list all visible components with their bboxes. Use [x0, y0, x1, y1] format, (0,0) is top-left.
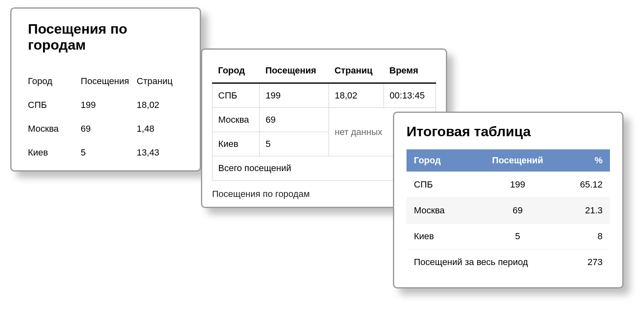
cell-pages: 13,43	[137, 147, 183, 158]
cell-time: 00:13:45	[384, 83, 436, 108]
card-title: Посещения по городам	[28, 21, 183, 53]
cell-city: СПБ	[212, 83, 260, 108]
cell-city: Москва	[28, 124, 81, 134]
table-row: Москва 69 1,48	[28, 117, 183, 141]
cell-visits: 69	[471, 198, 564, 224]
table-row: Киев 5 13,43	[28, 141, 183, 165]
cell-city: Киев	[212, 132, 260, 156]
cell-visits: 199	[471, 172, 564, 198]
cell-pct: 8	[564, 224, 610, 249]
plain-table: Город Посещения Страниц СПБ 199 18,02 Мо…	[28, 69, 183, 165]
table-row: СПБ 199 18,02 00:13:45	[212, 83, 436, 108]
cell-pages: 18,02	[329, 83, 384, 108]
table-header-row: Город Посещений %	[406, 149, 610, 172]
cell-pct: 65.12	[564, 172, 610, 198]
table-row: Москва 69 21.3	[406, 198, 610, 224]
cell-city: Киев	[406, 224, 471, 249]
cell-visits: 69	[81, 124, 137, 134]
cell-pct: 21.3	[564, 198, 610, 224]
table-footer-row: Посещений за весь период 273	[406, 249, 610, 275]
col-pages: Страниц	[329, 61, 384, 83]
footer-label: Посещений за весь период	[406, 249, 564, 275]
cell-city: Москва	[406, 198, 471, 224]
table-row: Киев 5 8	[406, 224, 610, 249]
col-pct: %	[564, 149, 610, 172]
col-city: Город	[28, 76, 81, 87]
card-title: Итоговая таблица	[406, 124, 610, 140]
card-visits-by-city-plain: Посещения по городам Город Посещения Стр…	[10, 7, 201, 172]
summary-table: Город Посещений % СПБ 199 65.12 Москва 6…	[406, 149, 610, 275]
cell-city: СПБ	[406, 172, 471, 198]
cell-visits: 5	[471, 224, 564, 249]
cell-visits: 199	[81, 100, 137, 110]
cell-pages: 1,48	[137, 124, 183, 134]
table-header-row: Город Посещения Страниц	[28, 69, 183, 93]
cell-visits: 69	[260, 108, 329, 132]
card-summary-table: Итоговая таблица Город Посещений % СПБ 1…	[393, 112, 623, 288]
col-visits: Посещений	[471, 149, 564, 172]
col-city: Город	[406, 149, 471, 172]
cell-city: Москва	[212, 108, 260, 132]
cell-city: СПБ	[28, 100, 81, 110]
table-row: СПБ 199 18,02	[28, 93, 183, 117]
cell-visits: 199	[260, 83, 329, 108]
col-visits: Посещения	[81, 76, 137, 87]
col-visits: Посещения	[260, 61, 329, 83]
table-header-row: Город Посещения Страниц Время	[212, 61, 436, 83]
table-row: СПБ 199 65.12	[406, 172, 610, 198]
col-time: Время	[384, 61, 436, 83]
cell-city: Киев	[28, 147, 81, 158]
footer-value: 273	[564, 249, 610, 275]
cell-visits: 5	[81, 147, 137, 158]
col-pages: Страниц	[137, 76, 183, 87]
cell-visits: 5	[260, 132, 329, 156]
col-city: Город	[212, 61, 260, 83]
cell-pages: 18,02	[137, 100, 183, 110]
